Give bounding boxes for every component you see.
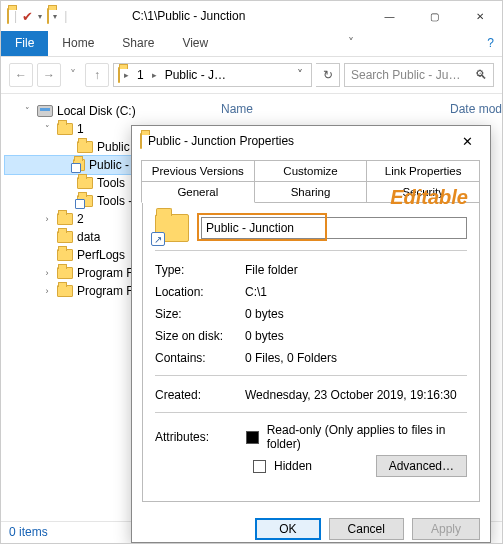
folder-shortcut-icon xyxy=(77,195,93,207)
folder-icon xyxy=(57,123,73,135)
expand-icon[interactable]: › xyxy=(41,214,53,224)
column-date[interactable]: Date mod xyxy=(450,102,502,116)
folder-icon xyxy=(57,231,73,243)
label-hidden: Hidden xyxy=(274,459,312,473)
tree-label: Local Disk (C:) xyxy=(57,104,136,118)
qat-divider: | xyxy=(11,9,20,23)
breadcrumb-seg[interactable]: Public - J… xyxy=(161,68,230,82)
collapse-icon[interactable]: ˅ xyxy=(41,124,53,134)
folder-icon xyxy=(140,134,142,148)
tab-share[interactable]: Share xyxy=(108,31,168,56)
value-location: C:\1 xyxy=(245,285,467,299)
up-button[interactable]: ↑ xyxy=(85,63,109,87)
cancel-button[interactable]: Cancel xyxy=(329,518,404,540)
folder-icon xyxy=(7,9,9,23)
label-size-on-disk: Size on disk: xyxy=(155,329,245,343)
dialog-close-button[interactable]: ✕ xyxy=(445,134,490,149)
value-size-on-disk: 0 bytes xyxy=(245,329,467,343)
search-input[interactable]: Search Public - Ju… 🔍︎ xyxy=(344,63,494,87)
refresh-button[interactable]: ↻ xyxy=(316,63,340,87)
disk-icon xyxy=(37,105,53,117)
label-attributes: Attributes: xyxy=(155,430,238,444)
folder-icon xyxy=(47,9,49,23)
properties-dialog: Public - Junction Properties ✕ Previous … xyxy=(131,125,491,543)
search-icon: 🔍︎ xyxy=(475,68,487,82)
address-bar-row: ← → ˅ ↑ ▸ 1 ▸ Public - J… ˅ ↻ Search Pub… xyxy=(1,57,502,94)
folder-shortcut-icon xyxy=(73,159,85,171)
tab-general[interactable]: General xyxy=(141,181,255,203)
chevron-right-icon[interactable]: ▸ xyxy=(122,70,131,80)
apply-button[interactable]: Apply xyxy=(412,518,480,540)
folder-icon xyxy=(77,141,93,153)
name-field[interactable] xyxy=(201,217,467,239)
forward-button[interactable]: → xyxy=(37,63,61,87)
folder-shortcut-icon: ↗ xyxy=(155,214,189,242)
titlebar: | ✔ ▾ ▾ | C:\1\Public - Junction — ▢ ✕ xyxy=(1,1,502,31)
label-readonly: Read-only (Only applies to files in fold… xyxy=(267,423,467,451)
ok-button[interactable]: OK xyxy=(255,518,320,540)
qat-dropdown-icon[interactable]: ▾ xyxy=(51,12,59,21)
label-location: Location: xyxy=(155,285,245,299)
maximize-button[interactable]: ▢ xyxy=(412,1,457,31)
tree-label: data xyxy=(77,230,100,244)
column-name[interactable]: Name xyxy=(221,102,253,116)
ribbon-expand-icon[interactable]: ˅ xyxy=(340,31,362,56)
value-created: Wednesday, 23 October 2019, 19:16:30 xyxy=(245,388,467,402)
tab-view[interactable]: View xyxy=(168,31,222,56)
label-type: Type: xyxy=(155,263,245,277)
back-button[interactable]: ← xyxy=(9,63,33,87)
tree-label: 2 xyxy=(77,212,84,226)
close-button[interactable]: ✕ xyxy=(457,1,502,31)
address-dropdown-icon[interactable]: ˅ xyxy=(293,68,307,82)
breadcrumb[interactable]: ▸ 1 ▸ Public - J… ˅ xyxy=(113,63,312,87)
checkbox-readonly[interactable]: ■ xyxy=(246,431,258,444)
breadcrumb-seg[interactable]: 1 xyxy=(133,68,148,82)
tree-label: Public xyxy=(97,140,130,154)
label-size: Size: xyxy=(155,307,245,321)
ribbon: File Home Share View ˅ ? xyxy=(1,31,502,57)
tree-label: PerfLogs xyxy=(77,248,125,262)
tab-file[interactable]: File xyxy=(1,31,48,56)
window-title: C:\1\Public - Junction xyxy=(70,9,367,23)
folder-icon xyxy=(57,249,73,261)
folder-icon xyxy=(57,213,73,225)
annotation-label: Editable xyxy=(390,186,468,209)
label-contains: Contains: xyxy=(155,351,245,365)
recent-dropdown[interactable]: ˅ xyxy=(65,63,81,87)
tab-home[interactable]: Home xyxy=(48,31,108,56)
expand-icon[interactable]: › xyxy=(41,286,53,296)
tab-sharing[interactable]: Sharing xyxy=(254,181,368,203)
tab-customize[interactable]: Customize xyxy=(254,160,368,181)
label-created: Created: xyxy=(155,388,245,402)
expand-icon[interactable]: › xyxy=(41,268,53,278)
value-contains: 0 Files, 0 Folders xyxy=(245,351,467,365)
tree-root[interactable]: ˅ Local Disk (C:) xyxy=(5,102,177,120)
folder-icon xyxy=(57,267,73,279)
advanced-button[interactable]: Advanced… xyxy=(376,455,467,477)
checkbox-hidden[interactable] xyxy=(253,460,266,473)
checkmark-icon[interactable]: ✔ xyxy=(22,9,33,24)
folder-icon xyxy=(77,177,93,189)
value-type: File folder xyxy=(245,263,467,277)
tab-panel-general: ↗ Editable Type:File folder Location:C:\… xyxy=(142,202,480,502)
dialog-title: Public - Junction Properties xyxy=(142,134,294,148)
folder-icon xyxy=(57,285,73,297)
chevron-right-icon[interactable]: ▸ xyxy=(150,70,159,80)
qat-divider: | xyxy=(61,9,70,23)
tab-previous-versions[interactable]: Previous Versions xyxy=(141,160,255,181)
folder-icon xyxy=(118,68,120,82)
help-icon[interactable]: ? xyxy=(479,31,502,56)
value-size: 0 bytes xyxy=(245,307,467,321)
tab-link-properties[interactable]: Link Properties xyxy=(366,160,480,181)
search-placeholder: Search Public - Ju… xyxy=(351,68,460,82)
tree-label: Tools xyxy=(97,176,125,190)
qat-dropdown-icon[interactable]: ▾ xyxy=(35,12,45,21)
minimize-button[interactable]: — xyxy=(367,1,412,31)
tree-label: 1 xyxy=(77,122,84,136)
collapse-icon[interactable]: ˅ xyxy=(21,106,33,116)
